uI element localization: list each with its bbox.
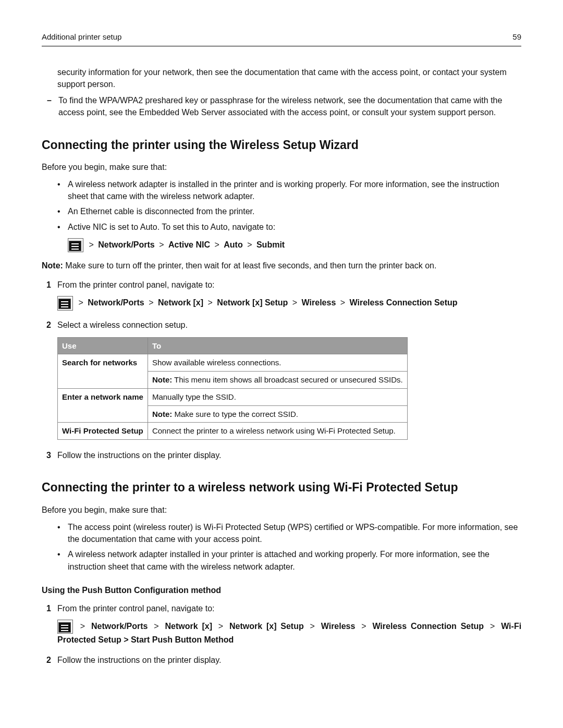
step-number: 1 (42, 279, 51, 314)
nav-segment: Wireless (321, 622, 356, 631)
menu-icon (57, 620, 73, 634)
header-title: Additional printer setup (42, 31, 121, 43)
intro-dash-item: – To find the WPA/WPA2 preshared key or … (47, 94, 521, 118)
separator-icon: > (214, 240, 219, 249)
table-cell: Note: Make sure to type the correct SSID… (148, 405, 407, 423)
nav-segment: Network/Ports (88, 298, 144, 307)
note-line: Note: Make sure to turn off the printer,… (42, 260, 521, 272)
table-row: Wi‑Fi Protected Setup Connect the printe… (58, 423, 408, 440)
note-text: This menu item shows all broadcast secur… (172, 375, 402, 384)
table-cell: Connect the printer to a wireless networ… (148, 423, 407, 440)
nav-segment: Active NIC (168, 240, 210, 249)
step-text: Follow the instructions on the printer d… (57, 451, 222, 460)
separator-icon: > (490, 622, 495, 631)
table-cell: Show available wireless connections. (148, 354, 407, 372)
separator-icon: > (292, 298, 297, 307)
sec1-bullet-list: A wireless network adapter is installed … (57, 178, 521, 252)
table-row: Enter a network name Manually type the S… (58, 388, 408, 405)
step-number: 2 (42, 654, 51, 666)
note-label: Note: (152, 375, 172, 384)
list-item: An Ethernet cable is disconnected from t… (57, 205, 521, 217)
step-text: Select a wireless connection setup. (57, 320, 188, 329)
nav-segment: Network [x] Setup (229, 622, 304, 631)
list-item: A wireless network adapter installed in … (57, 548, 521, 572)
page-number: 59 (512, 31, 521, 43)
separator-icon: > (80, 622, 85, 631)
table-header-to: To (148, 337, 407, 354)
separator-icon: > (310, 622, 315, 631)
sec1-steps: 1 From the printer control panel, naviga… (42, 279, 521, 461)
step-number: 3 (42, 449, 51, 461)
nav-path-active-nic: > Network/Ports > Active NIC > Auto > Su… (68, 238, 521, 252)
step-item: 3 Follow the instructions on the printer… (42, 449, 521, 461)
separator-icon: > (340, 298, 345, 307)
connection-setup-table: Use To Search for networks Show availabl… (57, 337, 408, 440)
table-cell: Search for networks (58, 354, 148, 389)
separator-icon: > (159, 240, 164, 249)
table-cell: Enter a network name (58, 388, 148, 423)
nav-segment: Network/Ports (91, 622, 148, 631)
nav-segment: Wireless (302, 298, 336, 307)
nav-segment: Network/Ports (98, 240, 154, 249)
step-item: 1 From the printer control panel, naviga… (42, 602, 521, 650)
separator-icon: > (361, 622, 366, 631)
step-item: 1 From the printer control panel, naviga… (42, 279, 521, 314)
separator-icon: > (154, 622, 158, 631)
note-label: Note: (152, 410, 172, 418)
nav-segment: Wireless Connection Setup (350, 298, 458, 307)
page-header: Additional printer setup 59 (42, 31, 521, 46)
table-cell: Wi‑Fi Protected Setup (58, 423, 148, 440)
section-heading-wizard: Connecting the printer using the Wireles… (42, 137, 521, 154)
nav-path-pushbutton: > Network/Ports > Network [x] > Network … (57, 620, 521, 646)
note-label: Note: (42, 261, 63, 270)
step-text: From the printer control panel, navigate… (57, 604, 215, 613)
table-cell: Manually type the SSID. (148, 388, 407, 405)
separator-icon: > (149, 298, 153, 307)
nav-segment: Submit (256, 240, 285, 249)
menu-icon (57, 296, 73, 310)
step-item: 2 Follow the instructions on the printer… (42, 654, 521, 666)
menu-icon (68, 238, 83, 252)
step-number: 1 (42, 602, 51, 650)
nav-segment: Auto (224, 240, 242, 249)
nav-segment: Network [x] (158, 298, 203, 307)
step-text: Follow the instructions on the printer d… (57, 656, 222, 664)
table-row: Search for networks Show available wirel… (58, 354, 408, 372)
nav-segment: Network [x] Setup (217, 298, 288, 307)
nav-segment: Wireless Connection Setup (372, 622, 484, 631)
separator-icon: > (78, 298, 83, 307)
sec2-bullet-list: The access point (wireless router) is Wi… (57, 521, 521, 573)
dash-marker: – (47, 94, 54, 118)
step-number: 2 (42, 319, 51, 446)
list-item: A wireless network adapter is installed … (57, 178, 521, 202)
list-item: Active NIC is set to Auto. To set this t… (57, 221, 521, 252)
nav-path-wireless-setup: > Network/Ports > Network [x] > Network … (57, 296, 521, 310)
before-text: Before you begin, make sure that: (42, 504, 521, 516)
separator-icon: > (218, 622, 223, 631)
list-item: The access point (wireless router) is Wi… (57, 521, 521, 545)
sec2-steps: 1 From the printer control panel, naviga… (42, 602, 521, 667)
before-text: Before you begin, make sure that: (42, 161, 521, 173)
separator-icon: > (208, 298, 213, 307)
table-header-use: Use (58, 337, 148, 354)
nav-segment: > Start Push Button Method (124, 635, 234, 644)
intro-paragraph: security information for your network, t… (57, 66, 521, 90)
separator-icon: > (89, 240, 93, 249)
table-cell: Note: This menu item shows all broadcast… (148, 372, 407, 389)
section-heading-wps: Connecting the printer to a wireless net… (42, 479, 521, 496)
step-text: From the printer control panel, navigate… (57, 280, 215, 289)
intro-dash-text: To find the WPA/WPA2 preshared key or pa… (58, 94, 521, 118)
note-text: Make sure to type the correct SSID. (172, 410, 298, 418)
nav-segment: Network [x] (165, 622, 212, 631)
subheading-pushbutton: Using the Push Button Configuration meth… (42, 584, 521, 596)
list-item-text: Active NIC is set to Auto. To set this t… (68, 223, 275, 231)
separator-icon: > (247, 240, 252, 249)
step-item: 2 Select a wireless connection setup. Us… (42, 319, 521, 446)
note-text: Make sure to turn off the printer, then … (63, 261, 437, 270)
